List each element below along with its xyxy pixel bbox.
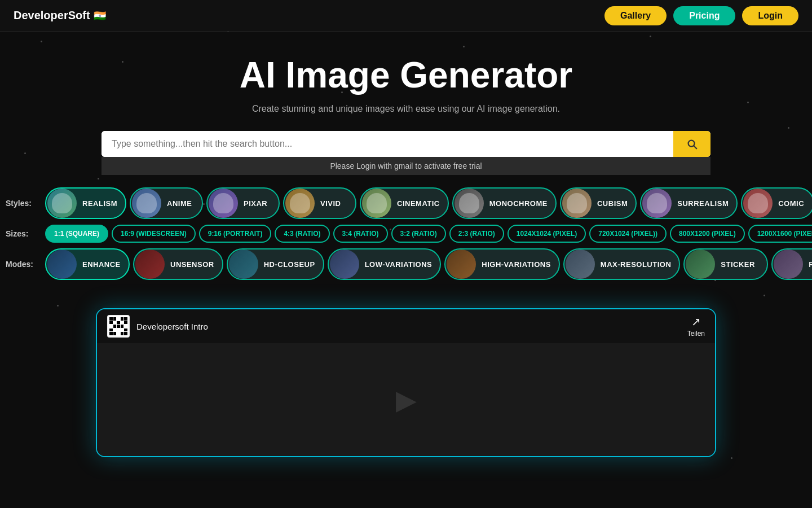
style-label-vivid: VIVID [315, 199, 348, 208]
login-button[interactable]: Login [742, 6, 798, 25]
video-share-button[interactable]: ↗ Teilen [687, 315, 705, 338]
size-btn-px800[interactable]: 800X1200 (PIXEL) [670, 225, 745, 243]
style-thumb-cinematic [362, 189, 391, 218]
video-title: Developersoft Intro [136, 322, 208, 331]
style-btn-surrealism[interactable]: SURREALISM [640, 187, 738, 219]
modes-label: Modes: [6, 260, 45, 269]
styles-row: Styles: REALISM ANIME PIXAR VIVID [0, 187, 812, 219]
size-btn-px720[interactable]: 720X1024 (PIXEL)) [589, 225, 667, 243]
video-placeholder: ▶ [396, 384, 417, 415]
mode-label-highvariations: HIGH-VARIATIONS [476, 260, 559, 269]
style-label-cubism: CUBISM [592, 199, 636, 208]
nav: Gallery Pricing Login [604, 6, 798, 25]
logo: DeveloperSoft 🇮🇳 [14, 9, 106, 22]
size-btn-px1200[interactable]: 1200X1600 (PIXEL) [748, 225, 812, 243]
search-icon [686, 138, 698, 150]
video-header: Developersoft Intro ↗ Teilen [97, 309, 715, 343]
mode-btn-highvariations[interactable]: HIGH-VARIATIONS [444, 248, 560, 280]
search-button[interactable] [673, 131, 710, 157]
mode-label-sticker: STICKER [715, 260, 763, 269]
style-btn-anime[interactable]: ANIME [130, 187, 203, 219]
style-btn-cubism[interactable]: CUBISM [560, 187, 637, 219]
page-subtitle: Create stunning and unique images with e… [252, 104, 560, 114]
style-label-realism: REALISM [77, 199, 125, 208]
style-btn-comic[interactable]: COMIC [741, 187, 812, 219]
mode-btn-enhance[interactable]: ENHANCE [45, 248, 130, 280]
style-thumb-comic [743, 189, 773, 218]
style-label-anime: ANIME [161, 199, 200, 208]
share-icon: ↗ [691, 315, 701, 329]
mode-label-unsensor: UNSENSOR [165, 260, 222, 269]
mode-label-lowvariations: LOW-VARIATIONS [359, 260, 440, 269]
video-body: ▶ [97, 343, 715, 456]
mode-thumb-highvariations [447, 249, 476, 279]
styles-items: REALISM ANIME PIXAR VIVID CINEMATIC [45, 187, 812, 219]
header: DeveloperSoft 🇮🇳 Gallery Pricing Login [0, 0, 812, 32]
mode-thumb-maxresolution [566, 249, 595, 279]
size-btn-ratio34[interactable]: 3:4 (RATIO) [333, 225, 388, 243]
gallery-button[interactable]: Gallery [604, 6, 667, 25]
page-title: AI Image Generator [240, 54, 572, 96]
mode-thumb-unsensor [135, 249, 165, 279]
video-section: Developersoft Intro ↗ Teilen ▶ [96, 308, 716, 457]
share-label: Teilen [687, 330, 705, 338]
style-label-cinematic: CINEMATIC [391, 199, 448, 208]
modes-row: Modes: ENHANCE UNSENSOR HD-CLOSEUP LOW-V… [0, 248, 812, 280]
style-btn-monochrome[interactable]: MONOCHROME [452, 187, 557, 219]
mode-thumb-lowvariations [330, 249, 359, 279]
video-meta: Developersoft Intro [107, 315, 208, 338]
mode-label-maxresolution: MAX-RESOLUTION [595, 260, 679, 269]
size-btn-ratio32[interactable]: 3:2 (RATIO) [391, 225, 446, 243]
size-btn-px1024[interactable]: 1024X1024 (PIXEL) [508, 225, 586, 243]
sizes-label: Sizes: [6, 229, 45, 238]
style-label-surrealism: SURREALISM [672, 199, 736, 208]
style-btn-pixar[interactable]: PIXAR [206, 187, 280, 219]
mode-btn-hdcloseup[interactable]: HD-CLOSEUP [227, 248, 324, 280]
style-thumb-surrealism [642, 189, 672, 218]
video-qr [107, 315, 130, 338]
style-label-monochrome: MONOCHROME [484, 199, 555, 208]
size-btn-widescreen[interactable]: 16:9 (WIDESCREEN) [112, 225, 196, 243]
mode-btn-remove[interactable]: REMOVE-... [771, 248, 812, 280]
main-content: AI Image Generator Create stunning and u… [0, 32, 812, 457]
pricing-button[interactable]: Pricing [673, 6, 735, 25]
style-label-pixar: PIXAR [238, 199, 275, 208]
mode-btn-maxresolution[interactable]: MAX-RESOLUTION [563, 248, 680, 280]
style-thumb-pixar [209, 189, 238, 218]
mode-thumb-enhance [47, 249, 77, 279]
size-btn-portrait[interactable]: 9:16 (PORTRAIT) [199, 225, 272, 243]
style-btn-cinematic[interactable]: CINEMATIC [360, 187, 449, 219]
mode-thumb-hdcloseup [229, 249, 258, 279]
style-thumb-vivid [285, 189, 315, 218]
mode-label-enhance: ENHANCE [77, 260, 129, 269]
mode-label-remove: REMOVE-... [803, 260, 812, 269]
style-thumb-monochrome [454, 189, 484, 218]
styles-label: Styles: [6, 199, 45, 208]
mode-btn-unsensor[interactable]: UNSENSOR [133, 248, 223, 280]
style-thumb-cubism [562, 189, 592, 218]
modes-items: ENHANCE UNSENSOR HD-CLOSEUP LOW-VARIATIO… [45, 248, 812, 280]
size-btn-ratio43[interactable]: 4:3 (RATIO) [275, 225, 329, 243]
style-btn-realism[interactable]: REALISM [45, 187, 126, 219]
mode-label-hdcloseup: HD-CLOSEUP [258, 260, 323, 269]
sizes-items: 1:1 (SQUARE) 16:9 (WIDESCREEN) 9:16 (POR… [45, 225, 812, 243]
search-bar [102, 131, 710, 157]
sizes-row: Sizes: 1:1 (SQUARE) 16:9 (WIDESCREEN) 9:… [0, 225, 812, 243]
search-input[interactable] [102, 131, 673, 157]
style-btn-vivid[interactable]: VIVID [283, 187, 356, 219]
mode-btn-sticker[interactable]: STICKER [683, 248, 768, 280]
size-btn-ratio23[interactable]: 2:3 (RATIO) [449, 225, 504, 243]
login-notice: Please Login with gmail to activate free… [102, 157, 710, 175]
style-label-comic: COMIC [773, 199, 812, 208]
flag-icon: 🇮🇳 [94, 10, 106, 22]
logo-text: DeveloperSoft [14, 9, 90, 22]
style-thumb-realism [47, 189, 77, 218]
style-thumb-anime [132, 189, 161, 218]
mode-btn-lowvariations[interactable]: LOW-VARIATIONS [328, 248, 442, 280]
mode-thumb-remove [774, 249, 803, 279]
size-btn-square[interactable]: 1:1 (SQUARE) [45, 225, 108, 243]
mode-thumb-sticker [686, 249, 715, 279]
